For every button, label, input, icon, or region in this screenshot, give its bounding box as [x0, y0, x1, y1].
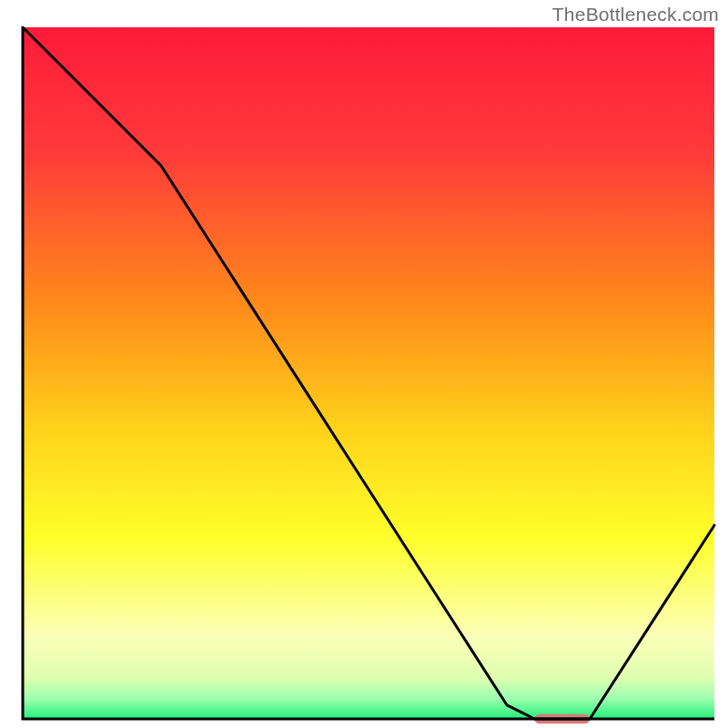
bottleneck-chart	[0, 0, 728, 728]
watermark-text: TheBottleneck.com	[552, 4, 719, 25]
chart-stage: TheBottleneck.com	[0, 0, 728, 728]
